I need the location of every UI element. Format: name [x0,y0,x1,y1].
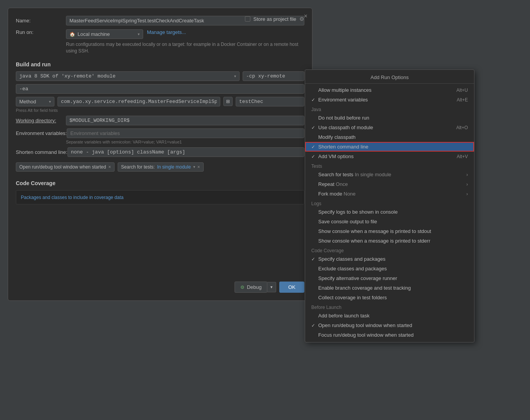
dropdown-item-show-stderr[interactable]: Show console when a message is printed t… [305,236,474,246]
item-label: Allow multiple instances [318,87,456,93]
run-on-hint: Run configurations may be executed local… [66,41,304,54]
working-dir-label: Working directory: [16,118,66,123]
dropdown-item-use-classpath[interactable]: ✓ Use classpath of module Alt+O [305,123,474,132]
arrow-icon: › [466,182,468,187]
dropdown-item-collect-coverage[interactable]: Collect coverage in test folders [305,293,474,302]
run-on-dropdown[interactable]: 🏠 Local machine ▾ [66,29,143,39]
item-label: Focus run/debug tool window when started [318,332,468,338]
run-on-row: Run on: 🏠 Local machine ▾ Manage targets… [16,29,304,39]
gear-icon: ⚙ [299,16,304,22]
dropdown-item-exclude-classes[interactable]: Exclude classes and packages [305,264,474,273]
method-row: Method ▾ ⊞ [16,97,304,106]
item-label: Repeat Once [318,181,466,187]
sdk-value: java 8 SDK of 'xy-remote' module [19,73,116,79]
overlay: × Store as project file ⚙ Name: Run on: … [0,0,530,420]
dropdown-item-env-vars[interactable]: ✓ Environment variables Alt+E [305,95,474,105]
code-coverage-title: Code Coverage [16,180,304,186]
shortcut: Alt+O [456,125,468,130]
search-tests-value[interactable]: In single module [157,164,191,170]
home-icon: 🏠 [69,32,75,37]
chevron-down-icon-sdk: ▾ [234,74,236,78]
item-label: Search for tests In single module [318,172,466,177]
run-on-label: Run on: [16,29,66,35]
dropdown-item-save-console[interactable]: Save console output to file [305,217,474,226]
dropdown-item-specify-logs[interactable]: Specify logs to be shown in console [305,207,474,217]
name-label: Name: [16,18,66,24]
arrow-icon: › [466,191,468,197]
method-dropdown[interactable]: Method ▾ [16,97,54,106]
item-label: Show console when a message is printed t… [318,238,468,244]
dropdown-item-add-before-launch[interactable]: Add before launch task [305,311,474,320]
shortcut: Alt+U [456,88,468,93]
store-project-checkbox[interactable] [245,16,250,22]
check-icon: ✓ [311,154,318,159]
search-tests-close[interactable]: × [197,164,200,170]
search-tests-prefix: Search for tests: [121,164,155,170]
dropdown-item-specify-classes[interactable]: ✓ Specify classes and packages [305,254,474,264]
ea-row [16,84,304,94]
chevron-down-icon-tag[interactable]: ▾ [193,165,195,169]
method-label: Method [19,99,36,105]
close-button[interactable]: × [304,13,307,20]
dropdown-item-search-tests[interactable]: Search for tests In single module › [305,170,474,179]
cp-input[interactable]: -cp xy-remote [243,71,304,81]
item-label: Exclude classes and packages [318,266,468,272]
check-icon: ✓ [311,144,318,150]
run-config-dialog: × Store as project file ⚙ Name: Run on: … [8,8,312,301]
item-label: Environment variables [318,97,457,103]
item-label: Modify classpath [318,134,468,140]
dropdown-item-fork-mode[interactable]: Fork mode None › [305,189,474,199]
section-java: Java [305,105,474,113]
manage-targets-link[interactable]: Manage targets... [147,29,186,35]
dropdown-item-alt-coverage-runner[interactable]: Specify alternative coverage runner [305,273,474,283]
check-icon: ✓ [311,323,318,328]
dropdown-item-shorten-cmdline[interactable]: ✓ Shorten command line [305,142,474,152]
code-coverage-section: Packages and classes to include in cover… [16,190,304,204]
working-dir-input[interactable] [66,116,304,125]
item-label: Enable branch coverage and test tracking [318,285,468,291]
dropdown-item-repeat[interactable]: Repeat Once › [305,179,474,189]
vm-options-input[interactable] [16,84,304,94]
shortcut: Alt+E [457,97,468,103]
shorten-input[interactable] [68,147,304,157]
dropdown-item-show-stdout[interactable]: Show console when a message is printed t… [305,226,474,236]
item-label: Do not build before run [318,115,468,121]
section-logs: Logs [305,199,474,207]
build-run-row: java 8 SDK of 'xy-remote' module ▾ -cp x… [16,71,304,81]
dialog-footer: ⚙ Debug ▾ OK [16,278,304,293]
arrow-icon: › [466,172,468,177]
chevron-down-icon: ▾ [138,32,140,36]
env-vars-input[interactable] [67,128,304,138]
section-code-coverage: Code Coverage [305,246,474,254]
dropdown-item-focus-window[interactable]: Focus run/debug tool window when started [305,330,474,340]
field-hints: Press Alt for field hints [16,108,304,113]
debug-label: Debug [247,284,262,290]
dropdown-item-allow-multiple[interactable]: Allow multiple instances Alt+U [305,85,474,95]
method-input[interactable] [236,97,304,106]
dropdown-item-no-build[interactable]: Do not build before run [305,113,474,123]
class-browse-button[interactable]: ⊞ [223,97,233,106]
build-run-title: Build and run [16,61,304,67]
ok-button[interactable]: OK [279,282,304,293]
debug-icon: ⚙ [240,285,245,290]
item-label: Open run/debug tool window when started [318,322,468,328]
debug-button[interactable]: ⚙ Debug [235,282,267,293]
item-label: Add VM options [318,153,457,159]
section-tests: Tests [305,161,474,170]
check-icon: ✓ [311,256,318,262]
dropdown-item-branch-coverage[interactable]: Enable branch coverage and test tracking [305,283,474,293]
dropdown-header: Add Run Options [305,72,474,84]
sdk-dropdown[interactable]: java 8 SDK of 'xy-remote' module ▾ [16,71,240,81]
shortcut: Alt+V [457,154,468,159]
debug-dropdown-button[interactable]: ▾ [267,282,276,292]
env-vars-row: Environment variables: [16,128,304,138]
class-input[interactable] [57,97,220,106]
dropdown-item-open-window[interactable]: ✓ Open run/debug tool window when starte… [305,320,474,330]
dropdown-item-add-vm-options[interactable]: ✓ Add VM options Alt+V [305,152,474,161]
dropdown-item-modify-classpath[interactable]: Modify classpath [305,132,474,142]
coverage-hint: Packages and classes to include in cover… [21,195,123,200]
check-icon: ✓ [311,97,318,103]
open-window-close[interactable]: × [108,164,111,170]
item-label: Save console output to file [318,219,468,224]
open-window-tag: Open run/debug tool window when started … [16,162,115,172]
